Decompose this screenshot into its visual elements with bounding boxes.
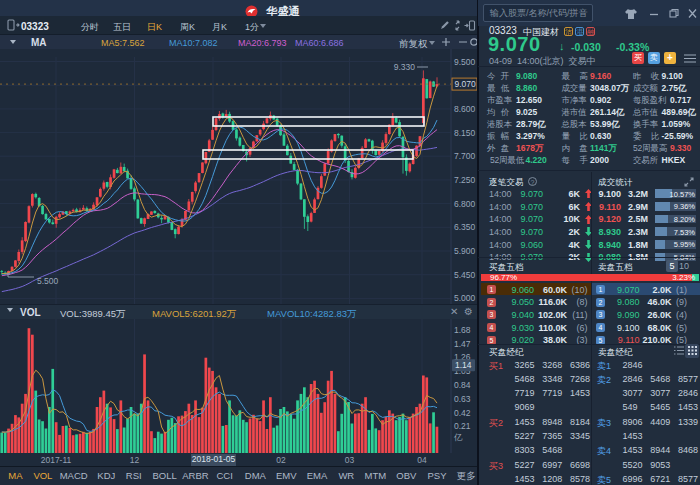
svg-text:1.47: 1.47	[454, 339, 471, 349]
svg-text:0.42: 0.42	[454, 408, 471, 418]
svg-text:9.500: 9.500	[454, 57, 476, 67]
svg-text:亿: 亿	[453, 432, 463, 442]
svg-text:0.63: 0.63	[454, 394, 471, 404]
svg-text:7.700: 7.700	[454, 151, 476, 161]
svg-text:9.330: 9.330	[394, 62, 416, 72]
svg-text:7.250: 7.250	[454, 175, 476, 185]
svg-text:5.500: 5.500	[37, 276, 59, 286]
svg-text:8.150: 8.150	[454, 128, 476, 138]
svg-text:1.14: 1.14	[455, 360, 472, 370]
svg-text:0.84: 0.84	[454, 380, 471, 390]
svg-text:6.350: 6.350	[454, 222, 476, 232]
svg-text:5.450: 5.450	[454, 270, 476, 280]
svg-text:5.900: 5.900	[454, 246, 476, 256]
svg-text:1.68: 1.68	[454, 325, 471, 335]
svg-text:5.000: 5.000	[454, 293, 476, 303]
svg-text:0.21: 0.21	[454, 421, 471, 431]
svg-text:6.800: 6.800	[454, 199, 476, 209]
svg-text:9.070: 9.070	[455, 79, 477, 89]
svg-text:8.600: 8.600	[454, 104, 476, 114]
